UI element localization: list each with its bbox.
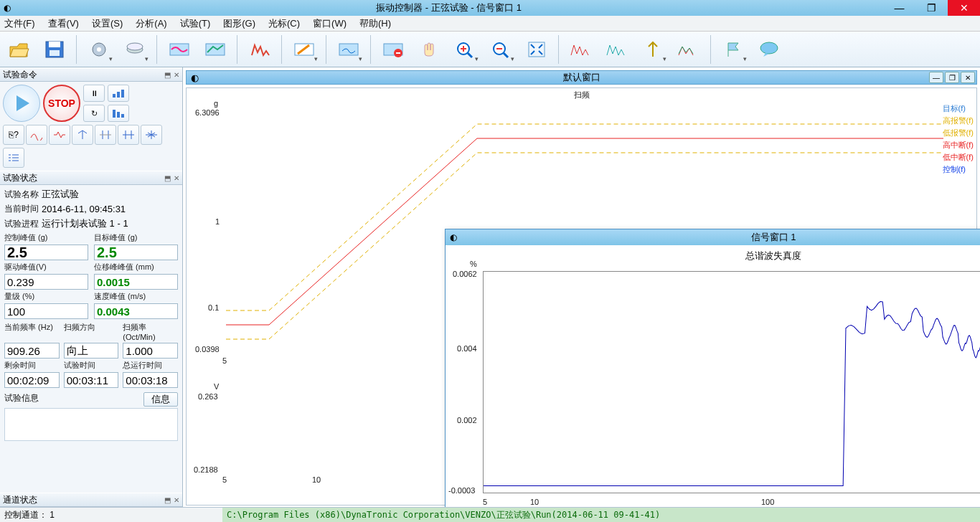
app-icon: ◐: [450, 232, 457, 242]
wave-teal-button[interactable]: [601, 34, 633, 65]
cmd-tool-list[interactable]: [3, 148, 24, 168]
app-icon: ◐: [0, 3, 14, 13]
play-button[interactable]: [3, 85, 40, 122]
thd-ymax: 0.0062: [453, 270, 477, 278]
mdi-restore-button[interactable]: ❐: [945, 72, 959, 83]
wave-red-button[interactable]: [565, 34, 597, 65]
test-info-label: 试验信息: [4, 393, 39, 403]
tool-disable-button[interactable]: [377, 34, 409, 65]
menu-help[interactable]: 帮助(H): [359, 17, 391, 30]
menu-file[interactable]: 文件(F): [4, 17, 35, 30]
pin-icon[interactable]: ⬒: [164, 174, 171, 182]
statusbar: 控制通道： 1 C:\Program Files (x86)\DynaTroni…: [0, 507, 980, 522]
menu-settings[interactable]: 设置(S): [92, 17, 123, 30]
level-pct-label: 量级 (%): [4, 291, 88, 302]
sweep-ymid: 1: [215, 217, 220, 226]
curr-freq-label: 当前频率 (Hz): [4, 322, 60, 341]
menu-test[interactable]: 试验(T): [180, 17, 211, 30]
menubar: 文件(F) 查看(V) 设置(S) 分析(A) 试验(T) 图形(G) 光标(C…: [0, 16, 980, 32]
close-button[interactable]: ✕: [948, 0, 980, 16]
svg-rect-20: [113, 110, 116, 118]
flag-button[interactable]: ▾: [717, 34, 749, 65]
bars-up-button[interactable]: [108, 85, 129, 102]
drive-ymin: 0.2188: [194, 465, 218, 474]
curr-freq-value: 909.26: [4, 343, 60, 359]
zoom-in-button[interactable]: ▾: [449, 34, 481, 65]
signal-window-header[interactable]: ◐ 信号窗口 1 — ❐ ✕: [446, 229, 980, 245]
legend-control: 控制(f): [940, 163, 976, 176]
menu-view[interactable]: 查看(V): [48, 17, 79, 30]
default-window-title: 默认窗口: [563, 71, 600, 84]
cmd-tool-7[interactable]: [141, 125, 162, 145]
svg-rect-17: [113, 94, 116, 98]
tool-spectrum-button[interactable]: [244, 34, 275, 65]
vel-peak-value: 0.0043: [94, 303, 178, 319]
maximize-button[interactable]: ❐: [915, 0, 948, 16]
legend-hi-abort: 高中断(f): [940, 139, 976, 151]
sweep-legend: 目标(f) 高报警(f) 低报警(f) 高中断(f) 低中断(f) 控制(f): [940, 103, 976, 176]
stop-button[interactable]: STOP: [43, 85, 80, 122]
close-panel-icon[interactable]: ✕: [174, 174, 179, 182]
disp-peak-label: 位移峰峰值 (mm): [94, 262, 178, 272]
legend-hi-alarm: 高报警(f): [940, 115, 976, 127]
gear-button[interactable]: ▾: [83, 34, 115, 65]
thd-x2: 100: [761, 498, 774, 506]
info-button[interactable]: 信息: [143, 392, 178, 407]
tool-preview-button[interactable]: ▾: [333, 34, 364, 65]
refresh-button[interactable]: ↻: [83, 105, 105, 122]
pin-icon[interactable]: ⬒: [164, 71, 171, 79]
target-peak-label: 目标峰值 (g): [94, 232, 178, 243]
mdi-close-button[interactable]: ✕: [961, 72, 975, 83]
menu-window[interactable]: 窗口(W): [313, 17, 347, 30]
disk-button[interactable]: ▾: [119, 34, 151, 65]
pause-button[interactable]: ⏸: [83, 85, 105, 102]
signal-window[interactable]: ◐ 信号窗口 1 — ❐ ✕ 总谐波失真度 % THD1(f) 0.0062 0…: [445, 229, 980, 507]
cursor-tool-button[interactable]: ▾: [637, 34, 669, 65]
sweep-ymax: 6.3096: [195, 108, 220, 117]
sweep-ymin: 0.0398: [195, 345, 220, 353]
svg-point-16: [760, 42, 778, 54]
progress-label: 试验进程: [4, 218, 39, 230]
sweep-xmin: 5: [222, 356, 227, 365]
total-time-value: 00:03:18: [123, 372, 178, 388]
cmd-tool-4[interactable]: [72, 125, 93, 145]
chat-button[interactable]: [753, 34, 785, 65]
cmd-tool-5[interactable]: [95, 125, 116, 145]
thd-y-unit: %: [470, 260, 477, 268]
thd-chart[interactable]: [483, 271, 980, 493]
drive-x1: 10: [312, 475, 321, 484]
cmd-tool-1[interactable]: ⎘?: [3, 125, 24, 145]
svg-point-4: [97, 47, 101, 52]
tool-channel-button[interactable]: [164, 34, 195, 65]
cmd-tool-3[interactable]: [49, 125, 70, 145]
tool-limit-button[interactable]: [199, 34, 231, 65]
wave-multi-button[interactable]: [673, 34, 705, 65]
drive-ymax: 0.263: [198, 392, 218, 401]
cmd-tool-2[interactable]: [26, 125, 47, 145]
vel-peak-label: 速度峰值 (m/s): [94, 291, 178, 302]
default-window-header[interactable]: ◐ 默认窗口 — ❐ ✕: [186, 70, 977, 85]
pin-icon[interactable]: ⬒: [164, 496, 171, 504]
menu-graphics[interactable]: 图形(G): [223, 17, 255, 30]
tool-edit-button[interactable]: ▾: [288, 34, 320, 65]
bars-down-button[interactable]: [108, 105, 129, 122]
menu-cursor[interactable]: 光标(C): [268, 17, 300, 30]
close-panel-icon[interactable]: ✕: [174, 496, 179, 504]
ctrl-peak-value: 2.5: [4, 245, 88, 260]
mdi-min-button[interactable]: —: [929, 72, 943, 83]
cmd-panel-title: 试验命令: [3, 69, 37, 81]
cmd-tool-6[interactable]: [118, 125, 139, 145]
save-button[interactable]: [39, 34, 70, 65]
close-panel-icon[interactable]: ✕: [174, 71, 179, 79]
channel-panel-header: 通道状态 ⬒✕: [0, 493, 182, 507]
content-area: ◐ 默认窗口 — ❐ ✕ 扫频 g 6.3096 1 0.1 0.0398 5: [183, 67, 980, 507]
open-button[interactable]: [3, 34, 34, 65]
zoom-out-button[interactable]: ▾: [485, 34, 517, 65]
test-time-label: 试验时间: [64, 360, 119, 371]
fit-button[interactable]: [521, 34, 552, 65]
menu-analysis[interactable]: 分析(A): [136, 17, 166, 30]
minimize-button[interactable]: —: [883, 0, 915, 16]
sweep-dir-value: 向上: [64, 343, 119, 359]
hand-button[interactable]: [413, 34, 445, 65]
sidebar: 试验命令 ⬒✕ STOP ⏸ ↻ ⎘?: [0, 67, 183, 507]
